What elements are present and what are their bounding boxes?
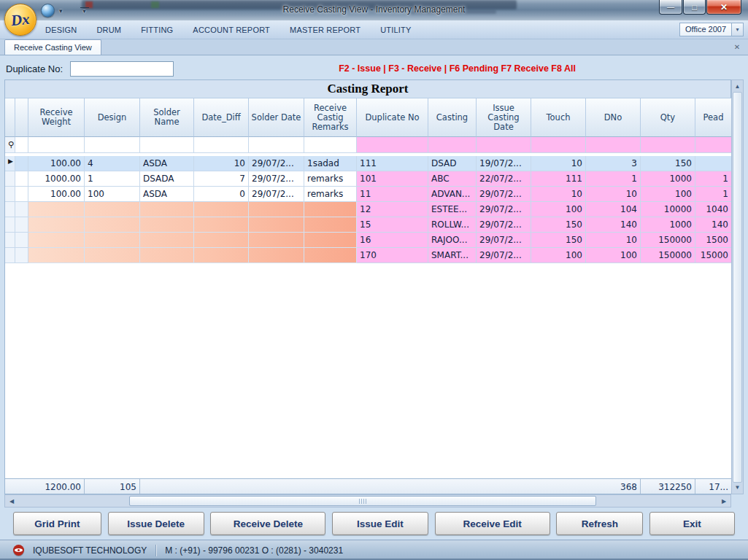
- grid-cell[interactable]: 1: [695, 187, 732, 202]
- vertical-scrollbar[interactable]: ▲ ▼: [731, 79, 744, 494]
- filter-cell[interactable]: [249, 137, 304, 153]
- grid-cell[interactable]: [194, 233, 249, 248]
- customize-toolbar-icon[interactable]: ▾: [80, 7, 89, 14]
- filter-cell[interactable]: [194, 137, 249, 153]
- column-header-touch[interactable]: Touch: [531, 98, 586, 137]
- grid-cell[interactable]: 29/07/2...: [477, 248, 531, 263]
- row-cell-blank[interactable]: [15, 202, 28, 217]
- grid-cell[interactable]: [194, 248, 249, 263]
- grid-cell[interactable]: 4: [85, 156, 140, 171]
- column-header-solder-name[interactable]: Solder Name: [140, 98, 194, 137]
- grid-cell[interactable]: 29/07/2...: [477, 217, 531, 233]
- application-orb-button[interactable]: [41, 4, 55, 18]
- grid-cell[interactable]: 10: [586, 233, 641, 248]
- grid-cell[interactable]: [249, 233, 304, 248]
- grid-cell[interactable]: 10000: [641, 202, 695, 217]
- scroll-left-icon[interactable]: ◀: [6, 496, 18, 506]
- grid-cell[interactable]: 100: [586, 248, 641, 263]
- filter-cell[interactable]: [428, 137, 477, 153]
- grid-cell[interactable]: DSADA: [140, 171, 194, 187]
- grid-cell[interactable]: DSAD: [428, 156, 477, 171]
- exit-button[interactable]: Exit: [649, 512, 735, 535]
- grid-cell[interactable]: 100: [531, 202, 586, 217]
- column-header-issue-casting-date[interactable]: Issue Casting Date: [477, 98, 531, 137]
- grid-cell[interactable]: 11: [357, 187, 428, 202]
- grid-cell[interactable]: [304, 217, 357, 233]
- row-indicator[interactable]: [5, 187, 15, 202]
- grid-cell[interactable]: 16: [357, 233, 428, 248]
- row-indicator[interactable]: [5, 217, 15, 233]
- grid-cell[interactable]: [28, 217, 85, 233]
- grid-cell[interactable]: 15: [357, 217, 428, 233]
- grid-cell[interactable]: [28, 233, 85, 248]
- receive-edit-button[interactable]: Receive Edit: [435, 512, 550, 535]
- grid-cell[interactable]: [140, 202, 194, 217]
- grid-cell[interactable]: [28, 202, 85, 217]
- close-button[interactable]: ✕: [706, 0, 741, 15]
- table-row[interactable]: 15ROLLW...29/07/2...1501401000140: [4, 217, 731, 233]
- issue-delete-button[interactable]: Issue Delete: [108, 512, 204, 535]
- grid-cell[interactable]: [249, 202, 304, 217]
- table-row[interactable]: 1000.001DSADA729/07/2...remarks101ABC22/…: [4, 171, 731, 187]
- grid-cell[interactable]: [695, 156, 732, 171]
- grid-cell[interactable]: 100.00: [28, 187, 85, 202]
- row-indicator[interactable]: [5, 171, 15, 187]
- grid-cell[interactable]: 150: [531, 217, 586, 233]
- tab-receive-casting-view[interactable]: Receive Casting View: [4, 39, 101, 55]
- filter-cell[interactable]: [477, 137, 531, 153]
- grid-cell[interactable]: 15000: [695, 248, 732, 263]
- filter-cell[interactable]: [586, 137, 641, 153]
- menu-item-drum[interactable]: DRUM: [96, 26, 121, 34]
- row-cell-blank[interactable]: [15, 187, 28, 202]
- grid-cell[interactable]: [85, 217, 140, 233]
- grid-cell[interactable]: 1: [586, 171, 641, 187]
- grid-cell[interactable]: 10: [586, 187, 641, 202]
- column-header-qty[interactable]: Qty: [641, 98, 695, 137]
- menu-item-fitting[interactable]: FITTING: [141, 26, 173, 34]
- row-cell-blank[interactable]: [15, 233, 28, 248]
- grid-cell[interactable]: 101: [357, 171, 428, 187]
- grid-cell[interactable]: 1000.00: [28, 171, 85, 187]
- table-row[interactable]: 100.00100ASDA029/07/2...remarks11ADVAN..…: [4, 187, 731, 202]
- filter-cell[interactable]: [28, 137, 85, 153]
- grid-cell[interactable]: 3: [586, 156, 641, 171]
- filter-cell[interactable]: [695, 137, 732, 153]
- grid-cell[interactable]: 100: [531, 248, 586, 263]
- grid-cell[interactable]: 1: [695, 171, 732, 187]
- chevron-down-icon[interactable]: ▾: [731, 23, 744, 36]
- scroll-right-icon[interactable]: ▶: [718, 496, 730, 506]
- horizontal-scrollbar-thumb[interactable]: [129, 496, 596, 506]
- table-row[interactable]: 170SMART...29/07/2...10010015000015000: [4, 248, 731, 263]
- grid-cell[interactable]: 12: [357, 202, 428, 217]
- filter-row-icon[interactable]: ⚲: [5, 137, 15, 153]
- grid-cell[interactable]: [140, 248, 194, 263]
- maximize-button[interactable]: □: [683, 0, 706, 15]
- column-header-pead[interactable]: Pead: [695, 98, 732, 137]
- grid-cell[interactable]: ABC: [428, 171, 477, 187]
- grid-print-button[interactable]: Grid Print: [13, 512, 101, 535]
- row-indicator[interactable]: [5, 248, 15, 263]
- column-header-design[interactable]: Design: [85, 98, 140, 137]
- duplicate-no-input[interactable]: [70, 61, 174, 77]
- grid-cell[interactable]: RAJOO...: [428, 233, 477, 248]
- vertical-scrollbar-thumb[interactable]: [733, 92, 742, 483]
- tab-close-icon[interactable]: ✕: [732, 42, 742, 52]
- row-cell-blank[interactable]: [15, 248, 28, 263]
- grid-cell[interactable]: 100: [85, 187, 140, 202]
- grid-cell[interactable]: [249, 217, 304, 233]
- grid-cell[interactable]: [304, 248, 357, 263]
- grid-cell[interactable]: 22/07/2...: [477, 171, 531, 187]
- grid-cell[interactable]: 29/07/2...: [249, 156, 304, 171]
- horizontal-scrollbar[interactable]: ◀ ▶: [4, 494, 731, 508]
- menu-item-account-report[interactable]: ACCOUNT REPORT: [193, 26, 270, 34]
- row-indicator-arrow-icon[interactable]: ▶: [5, 156, 15, 171]
- table-row[interactable]: ▶100.004ASDA1029/07/2...1sadad111DSAD19/…: [4, 156, 731, 171]
- grid-cell[interactable]: [304, 233, 357, 248]
- column-header-solder-date[interactable]: Solder Date: [249, 98, 304, 137]
- grid-cell[interactable]: 29/07/2...: [477, 233, 531, 248]
- grid-cell[interactable]: 10: [194, 156, 249, 171]
- grid-cell[interactable]: [249, 248, 304, 263]
- row-cell-blank[interactable]: [15, 171, 28, 187]
- grid-cell[interactable]: 111: [357, 156, 428, 171]
- filter-cell[interactable]: [85, 137, 140, 153]
